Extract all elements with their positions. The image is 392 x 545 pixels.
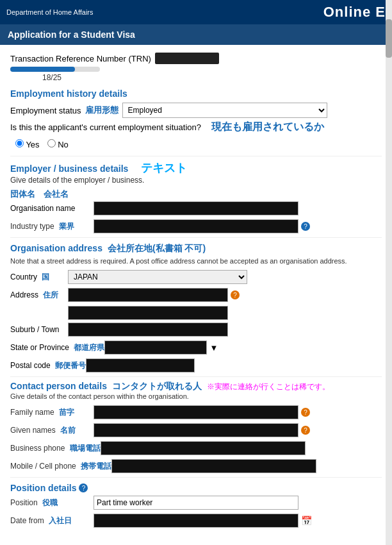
- yes-radio-label[interactable]: Yes: [15, 139, 40, 149]
- contact-section-header: Contact person details コンタクトが取れる人 ※実際に連絡…: [10, 381, 382, 392]
- position-section-title: Position details: [10, 483, 76, 493]
- current-situation-label: Is this the applicant's current employme…: [10, 122, 201, 132]
- scrollbar-thumb[interactable]: [386, 19, 392, 58]
- family-name-info-icon[interactable]: ?: [301, 408, 310, 417]
- org-name-label: Organisation name: [10, 204, 94, 213]
- org-name-input[interactable]: [94, 201, 298, 215]
- state-label-jp: 都道府県: [74, 343, 104, 352]
- address-label: Address 住所: [10, 290, 68, 301]
- date-from-input[interactable]: [94, 514, 298, 528]
- date-from-row: Date from 入社日 📅: [10, 514, 382, 528]
- country-row: Country 国 JAPAN: [10, 270, 382, 284]
- postal-row: Postal code 郵便番号: [10, 358, 382, 373]
- industry-type-select[interactable]: [94, 219, 298, 233]
- employer-section-title: Employer / business details: [10, 164, 128, 174]
- org-address-title: Organisation address: [10, 243, 102, 253]
- given-names-label: Given names 名前: [10, 425, 94, 436]
- country-label-jp: 国: [42, 272, 49, 281]
- suburb-row: Suburb / Town: [10, 323, 382, 337]
- no-radio-label[interactable]: No: [47, 139, 69, 149]
- calendar-icon[interactable]: 📅: [301, 516, 312, 526]
- contact-give-details: Give details of the contact person withi…: [10, 392, 382, 400]
- position-section-header: Position details ?: [10, 483, 382, 493]
- business-phone-row: Business phone 職場電話: [10, 441, 382, 455]
- date-from-label: Date from 入社日: [10, 516, 94, 526]
- business-phone-input[interactable]: [101, 441, 306, 455]
- business-phone-label: Business phone 職場電話: [10, 443, 101, 454]
- address-input[interactable]: [68, 288, 228, 302]
- trn-value: [155, 53, 219, 64]
- employer-section-header: Employer / business details テキスト: [10, 160, 382, 176]
- employment-status-label-jp: 雇用形態: [85, 105, 118, 116]
- dept-name: Department of Home Affairs: [6, 8, 94, 16]
- current-situation-row: Is this the applicant's current employme…: [10, 121, 382, 134]
- given-names-info-icon[interactable]: ?: [301, 426, 310, 435]
- address-info-icon[interactable]: ?: [231, 290, 240, 299]
- org-name-section: 団体名 会社名 Organisation name: [10, 189, 382, 215]
- employment-status-select[interactable]: Employed: [122, 103, 327, 118]
- address-input-2[interactable]: [68, 306, 228, 320]
- industry-label: Industry type 業界: [10, 221, 94, 232]
- app-title: Application for a Student Visa: [8, 29, 135, 40]
- org-address-title-jp: 会社所在地(私書箱 不可): [108, 243, 206, 255]
- main-content: Transaction Reference Number (TRN) 18/25…: [0, 45, 392, 545]
- position-input[interactable]: [94, 496, 298, 510]
- address-row: Address 住所 ?: [10, 288, 382, 302]
- yes-radio[interactable]: [15, 139, 24, 147]
- state-label: State or Province 都道府県: [10, 342, 104, 353]
- family-name-input[interactable]: [94, 405, 298, 419]
- mobile-phone-row: Mobile / Cell phone 携帯電話: [10, 459, 382, 473]
- industry-help-icon[interactable]: ?: [301, 222, 310, 231]
- give-details-label: Give details of the employer / business.: [10, 176, 382, 185]
- position-label: Position 役職: [10, 498, 94, 508]
- country-select[interactable]: JAPAN: [68, 270, 247, 284]
- org-address-note: Note that a street address is required. …: [10, 257, 382, 265]
- suburb-label: Suburb / Town: [10, 325, 68, 334]
- industry-type-row: Industry type 業界 ?: [10, 219, 382, 233]
- position-row: Position 役職: [10, 496, 382, 510]
- address-label-jp: 住所: [43, 290, 58, 299]
- progress-label: 18/25: [42, 73, 382, 82]
- state-input[interactable]: [104, 340, 207, 355]
- family-name-row: Family name 苗字 ?: [10, 405, 382, 419]
- address-row2: [68, 306, 382, 320]
- current-situation-jp: 現在も雇用されているか: [211, 121, 324, 134]
- position-help-icon[interactable]: ?: [79, 483, 88, 492]
- contact-section-title: Contact person details: [10, 381, 107, 391]
- progress-bar-container: [10, 67, 100, 72]
- given-names-row: Given names 名前 ?: [10, 423, 382, 437]
- org-address-header: Organisation address 会社所在地(私書箱 不可): [10, 243, 382, 255]
- state-row: State or Province 都道府県 ▼: [10, 340, 382, 355]
- scrollbar-track: [386, 0, 392, 545]
- employment-status-row: Employment status 雇用形態 Employed: [10, 103, 382, 118]
- trn-label: Transaction Reference Number (TRN): [10, 54, 151, 63]
- mobile-phone-label: Mobile / Cell phone 携帯電話: [10, 461, 111, 472]
- yes-no-radio-group: Yes No: [15, 139, 382, 149]
- mobile-phone-input[interactable]: [111, 459, 316, 473]
- app-title-bar: Application for a Student Visa: [0, 24, 392, 45]
- top-bar: Department of Home Affairs Online E: [0, 0, 392, 24]
- employer-section-jp: テキスト: [141, 160, 187, 176]
- given-names-input[interactable]: [94, 423, 298, 437]
- postal-label-jp: 郵便番号: [55, 361, 86, 370]
- no-radio[interactable]: [47, 139, 56, 147]
- org-name-label-jp: 団体名 会社名: [10, 189, 69, 200]
- postal-input[interactable]: [86, 358, 195, 373]
- trn-row: Transaction Reference Number (TRN): [10, 53, 382, 64]
- online-label: Online E: [323, 4, 386, 21]
- suburb-input[interactable]: [68, 323, 228, 337]
- family-name-label: Family name 苗字: [10, 407, 94, 418]
- postal-label: Postal code 郵便番号: [10, 360, 86, 371]
- contact-note: ※実際に連絡が行くことは稀です。: [207, 382, 330, 392]
- country-label: Country 国: [10, 272, 68, 283]
- employment-status-label: Employment status: [10, 106, 81, 115]
- employment-section-title: Employment history details: [10, 88, 382, 99]
- progress-bar-fill: [10, 67, 75, 72]
- contact-title-jp: コンタクトが取れる人: [112, 381, 202, 392]
